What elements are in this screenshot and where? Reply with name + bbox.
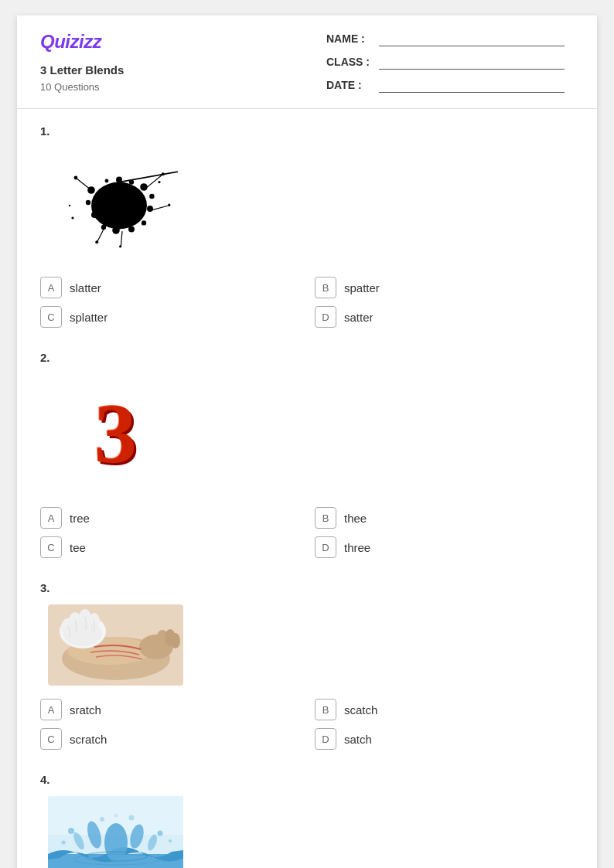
option-3b: B scatch (315, 699, 574, 720)
option-1d-text: satter (344, 311, 374, 324)
svg-point-24 (95, 240, 98, 243)
svg-point-29 (158, 181, 160, 183)
svg-point-16 (73, 175, 77, 179)
name-input-line[interactable] (379, 31, 565, 46)
question-1: 1. (40, 124, 574, 328)
option-1c: C splatter (40, 306, 299, 328)
class-field-row: CLASS : (326, 54, 574, 70)
option-3b-text: scatch (344, 703, 377, 717)
scratch-hand-icon (48, 604, 183, 686)
svg-line-25 (121, 231, 122, 245)
ink-splat-icon (54, 155, 178, 256)
svg-point-52 (158, 830, 163, 836)
svg-point-2 (85, 199, 90, 204)
question-2-image: 3 (48, 372, 183, 495)
date-input-line[interactable] (379, 77, 565, 93)
svg-point-55 (114, 813, 118, 817)
svg-point-53 (100, 817, 104, 822)
name-label: NAME : (326, 32, 373, 45)
quiz-subtitle: 10 Questions (40, 81, 124, 93)
svg-point-10 (140, 183, 148, 191)
content: 1. (17, 109, 597, 868)
option-2b: B thee (315, 507, 574, 529)
svg-point-42 (63, 621, 102, 646)
svg-point-26 (119, 245, 121, 247)
option-1b-letter: B (315, 277, 336, 298)
svg-point-54 (129, 815, 135, 820)
question-3: 3. (40, 581, 574, 750)
option-1a-letter: A (40, 277, 62, 298)
question-3-image (48, 602, 183, 687)
question-1-number: 1. (40, 124, 574, 138)
svg-point-56 (62, 840, 66, 844)
svg-point-7 (141, 220, 145, 225)
option-2d: D three (315, 536, 574, 558)
svg-point-22 (168, 203, 170, 206)
date-label: DATE : (326, 79, 373, 91)
option-3d-letter: D (315, 728, 336, 750)
option-2d-text: three (344, 541, 370, 554)
header: Quizizz 3 Letter Blends 10 Questions NAM… (17, 15, 597, 109)
question-2-options: A tree B thee C tee D three (40, 507, 574, 558)
option-3b-letter: B (315, 699, 336, 720)
option-2b-letter: B (315, 507, 336, 529)
svg-point-28 (68, 204, 70, 206)
date-field-row: DATE : (326, 77, 574, 93)
option-3a-text: sratch (70, 703, 101, 717)
question-1-image (48, 145, 183, 265)
header-right: NAME : CLASS : DATE : (326, 31, 574, 93)
option-1b: B spatter (315, 277, 574, 298)
svg-line-15 (76, 178, 91, 190)
svg-point-13 (104, 179, 108, 182)
question-3-options: A sratch B scatch C scratch D satch (40, 699, 574, 750)
option-2b-text: thee (344, 512, 367, 525)
option-2c-text: tee (70, 541, 86, 554)
svg-point-51 (68, 828, 74, 834)
question-3-number: 3. (40, 581, 574, 594)
question-2-number: 2. (40, 351, 574, 364)
svg-point-5 (112, 226, 120, 234)
option-1a: A slatter (40, 277, 299, 298)
option-2a-text: tree (70, 512, 90, 525)
option-3c: C scratch (40, 728, 299, 750)
option-2a-letter: A (40, 507, 62, 529)
class-label: CLASS : (326, 56, 373, 68)
svg-point-20 (161, 172, 164, 175)
option-1b-text: spatter (344, 281, 380, 294)
option-3c-text: scratch (70, 733, 107, 746)
question-1-options: A slatter B spatter C splatter D satter (40, 277, 574, 328)
logo: Quizizz (40, 31, 124, 53)
option-3d-text: satch (344, 733, 372, 746)
svg-point-3 (91, 212, 97, 218)
svg-line-23 (97, 229, 104, 241)
option-1d: D satter (315, 306, 574, 328)
option-3d: D satch (315, 728, 574, 750)
page: Quizizz 3 Letter Blends 10 Questions NAM… (17, 15, 597, 868)
name-field-row: NAME : (326, 31, 574, 46)
svg-line-14 (119, 167, 178, 182)
question-4: 4. (40, 773, 574, 868)
svg-point-57 (169, 839, 172, 842)
option-3c-letter: C (40, 728, 62, 750)
quiz-title: 3 Letter Blends (40, 63, 124, 77)
option-1d-letter: D (315, 306, 336, 328)
option-3a-letter: A (40, 699, 62, 720)
question-2: 2. 3 A tree B thee C tee D t (40, 351, 574, 558)
water-splash-icon (48, 796, 183, 869)
svg-point-6 (128, 226, 135, 232)
class-input-line[interactable] (379, 54, 565, 70)
option-2c-letter: C (40, 536, 62, 558)
option-2a: A tree (40, 507, 299, 529)
option-3a: A sratch (40, 699, 299, 720)
svg-point-9 (149, 193, 154, 198)
number-three-image: 3 (94, 391, 137, 476)
option-1c-text: splatter (70, 311, 107, 324)
svg-point-46 (104, 823, 128, 862)
svg-point-36 (171, 633, 180, 648)
header-left: Quizizz 3 Letter Blends 10 Questions (40, 31, 124, 93)
question-4-number: 4. (40, 773, 574, 786)
option-2c: C tee (40, 536, 299, 558)
option-1a-text: slatter (70, 281, 101, 294)
svg-point-0 (91, 182, 147, 229)
option-2d-letter: D (315, 536, 336, 558)
